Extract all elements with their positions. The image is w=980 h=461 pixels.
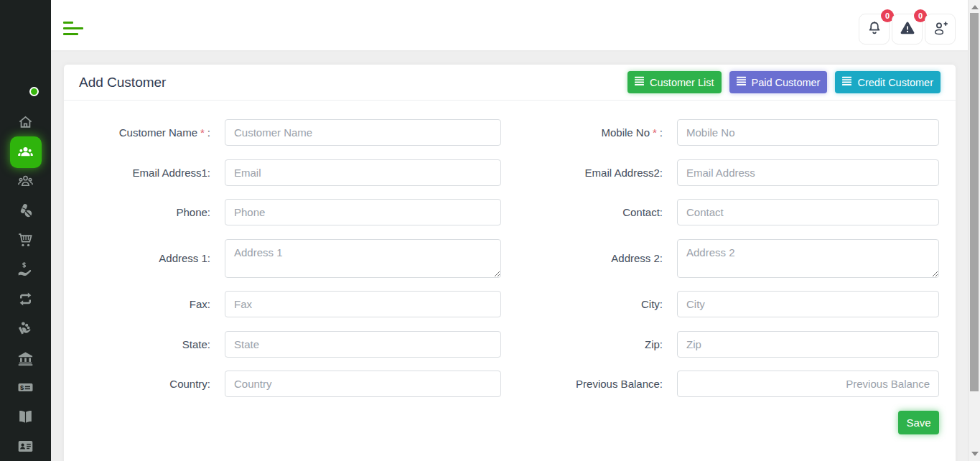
list-icon: [635, 76, 645, 88]
sidebar-item-cheque[interactable]: $: [0, 373, 51, 402]
list-icon: [737, 76, 747, 88]
sidebar-nav: $: [0, 108, 51, 461]
sidebar-item-medicine[interactable]: [0, 196, 51, 225]
cart-icon: [17, 231, 34, 249]
sidebar-item-purchases[interactable]: [0, 225, 51, 255]
zip-input[interactable]: [677, 331, 939, 358]
person-plus-icon: [932, 19, 949, 39]
sidebar-item-suppliers[interactable]: [0, 167, 51, 196]
sidebar: $: [0, 0, 51, 461]
phone-label: Phone:: [79, 206, 225, 218]
previous-balance-label: Previous Balance:: [501, 378, 677, 390]
id-card-icon: [17, 437, 34, 455]
address1-label: Address 1:: [79, 252, 225, 264]
page-title: Add Customer: [79, 75, 166, 90]
address2-textarea[interactable]: [677, 239, 939, 278]
top-header: 0 0: [51, 0, 968, 50]
contact-input[interactable]: [677, 199, 939, 225]
list-icon: [842, 76, 852, 88]
svg-text:$: $: [20, 384, 24, 391]
bell-icon: [866, 19, 883, 39]
sidebar-item-collections[interactable]: [0, 314, 51, 343]
email-address1-label: Email Address1:: [79, 167, 225, 179]
sidebar-item-customers[interactable]: [0, 137, 51, 167]
state-input[interactable]: [225, 331, 501, 358]
address1-textarea[interactable]: [225, 239, 501, 278]
form-row: Customer Name*: Mobile No*:: [79, 119, 939, 146]
form-actions: Save: [79, 411, 939, 434]
customer-name-label: Customer Name*:: [79, 126, 225, 139]
pills-icon: [17, 202, 34, 220]
suppliers-icon: [17, 172, 34, 190]
customer-name-input[interactable]: [225, 119, 501, 146]
form-row: State: Zip:: [79, 331, 939, 358]
form-row: Fax: City:: [79, 291, 939, 317]
scroll-up-arrow-icon[interactable]: [971, 5, 979, 9]
repeat-icon: [17, 290, 34, 308]
fax-label: Fax:: [79, 298, 225, 310]
fax-input[interactable]: [225, 291, 501, 317]
sidebar-item-returns[interactable]: [0, 284, 51, 314]
form-row: Address 1: Address 2:: [79, 239, 939, 278]
hamburger-menu-icon[interactable]: [63, 22, 83, 36]
add-user-button[interactable]: [925, 14, 956, 45]
country-label: Country:: [79, 378, 225, 390]
email-address1-input[interactable]: [225, 159, 501, 186]
email-address2-label: Email Address2:: [501, 167, 677, 179]
sidebar-item-contacts[interactable]: [0, 432, 51, 461]
customer-list-button[interactable]: Customer List: [627, 71, 721, 93]
form-row: Email Address1: Email Address2:: [79, 159, 939, 186]
scrollbar-thumb[interactable]: [970, 13, 979, 391]
city-input[interactable]: [677, 291, 939, 317]
cheque-icon: $: [17, 378, 34, 396]
toolbar: Customer List Paid Customer Credit Custo…: [627, 71, 941, 93]
add-customer-form: Customer Name*: Mobile No*: Email Addres…: [64, 101, 956, 434]
bank-icon: [17, 349, 34, 367]
form-row: Phone: Contact:: [79, 199, 939, 225]
alerts-button[interactable]: 0: [892, 14, 923, 45]
customer-list-label: Customer List: [650, 77, 714, 88]
scroll-down-arrow-icon[interactable]: [971, 452, 979, 456]
customers-icon: [10, 136, 42, 168]
city-label: City:: [501, 298, 677, 310]
form-row: Country: Previous Balance:: [79, 371, 939, 397]
mobile-no-input[interactable]: [677, 119, 939, 146]
address2-label: Address 2:: [501, 252, 677, 264]
sidebar-item-sales[interactable]: [0, 255, 51, 284]
sidebar-item-bank[interactable]: [0, 343, 51, 373]
hand-dollar-icon: [17, 261, 34, 279]
phone-input[interactable]: [225, 199, 501, 225]
state-label: State:: [79, 338, 225, 350]
contact-label: Contact:: [501, 206, 677, 218]
warning-triangle-icon: [899, 19, 916, 39]
card-header: Add Customer Customer List Paid Customer…: [64, 65, 956, 101]
add-customer-card: Add Customer Customer List Paid Customer…: [64, 65, 956, 461]
credit-customer-label: Credit Customer: [857, 77, 933, 88]
email-address2-input[interactable]: [677, 159, 939, 186]
paid-customer-button[interactable]: Paid Customer: [729, 71, 828, 93]
hand-coins-icon: [17, 320, 34, 337]
status-dot: [29, 87, 39, 96]
sidebar-item-ledger[interactable]: [0, 402, 51, 432]
notifications-button[interactable]: 0: [859, 14, 890, 45]
credit-customer-button[interactable]: Credit Customer: [835, 71, 941, 93]
home-icon: [17, 113, 34, 131]
country-input[interactable]: [225, 371, 501, 397]
save-button[interactable]: Save: [898, 411, 939, 434]
mobile-no-label: Mobile No*:: [501, 126, 677, 139]
previous-balance-input[interactable]: [677, 371, 939, 397]
paid-customer-label: Paid Customer: [752, 77, 821, 88]
zip-label: Zip:: [501, 338, 677, 350]
vertical-scrollbar[interactable]: [968, 0, 980, 461]
sidebar-item-home[interactable]: [0, 108, 51, 137]
book-icon: [17, 408, 34, 426]
